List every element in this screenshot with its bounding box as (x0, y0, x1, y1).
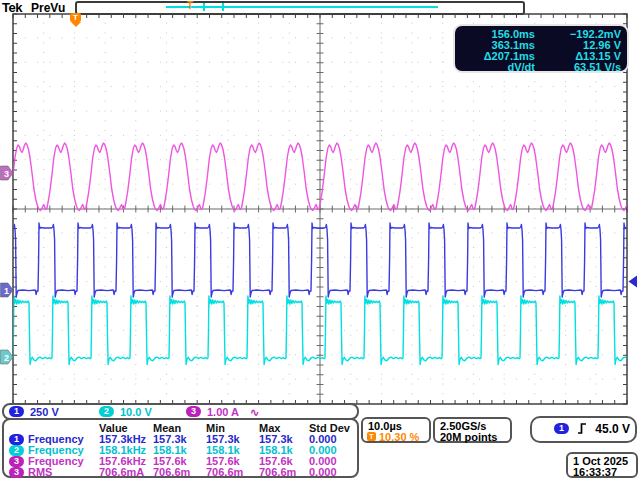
trigger-position-flag[interactable]: T (70, 13, 81, 27)
trigger-position-percent: 10.30 % (379, 431, 419, 443)
ch3-badge: 3 (9, 456, 24, 467)
ch2-badge: 2 (9, 445, 24, 456)
ch1-scale[interactable]: 250 V (30, 406, 59, 418)
svg-text:1: 1 (4, 286, 9, 296)
trigger-source-badge: 1 (554, 423, 569, 434)
time-label: 16:33:37 (573, 466, 617, 478)
ch2-badge[interactable]: 2 (99, 406, 114, 417)
ch1-badge[interactable]: 1 (9, 406, 24, 417)
measurement-min: 706.6m (206, 467, 243, 478)
ch1-badge: 1 (9, 434, 24, 445)
oscilloscope-screen: Tek PreVu T T 312 156.0ms −192.2mV 363.1… (0, 0, 640, 480)
ch1-ground-marker[interactable]: 1 (1, 283, 14, 297)
cursor-dvdt-value: 63.51 V/s (539, 62, 621, 73)
cursor-readout: 156.0ms −192.2mV 363.1ms 12.96 V Δ207.1m… (453, 24, 629, 73)
ch3-coupling-icon: ∿ (250, 406, 259, 418)
record-length: 20M points (440, 431, 497, 443)
trigger-level-value: 45.0 V (595, 422, 630, 436)
svg-text:3: 3 (4, 169, 9, 179)
cursor-dvdt-label: dV/dt (461, 62, 535, 73)
ch2-scale[interactable]: 10.0 V (120, 406, 152, 418)
measurement-row-ch3-rms: 3 RMS 706.6mA 706.6m 706.6m 706.6m 0.000 (4, 467, 357, 478)
trigger-readout[interactable]: 1 45.0 V (530, 416, 637, 443)
measurement-mean: 706.6m (153, 467, 190, 478)
trigger-level-arrow[interactable] (629, 276, 638, 288)
measurement-value: 706.6mA (99, 467, 144, 478)
ch3-ground-marker[interactable]: 3 (1, 166, 14, 180)
ch3-badge: 3 (9, 467, 24, 478)
rising-edge-icon (577, 422, 588, 436)
trigger-position-pointer (71, 22, 81, 27)
measurement-label: RMS (28, 467, 52, 478)
svg-text:2: 2 (4, 353, 9, 363)
measurement-table: Value Mean Min Max Std Dev 1 Frequency 1… (2, 418, 359, 478)
measurement-stddev: 0.000 (309, 467, 337, 478)
datetime-readout: 1 Oct 2025 16:33:37 (566, 452, 638, 478)
ch2-ground-marker[interactable]: 2 (1, 350, 14, 364)
trigger-t-icon: T (367, 432, 376, 441)
acquisition-readout[interactable]: 2.50GS/s 20M points (433, 417, 512, 443)
horizontal-readout[interactable]: 10.0µs T 10.30 % (361, 417, 431, 443)
trigger-position-t-icon: T (70, 13, 81, 22)
ch3-scale[interactable]: 1.00 A (207, 406, 239, 418)
measurement-max: 706.6m (259, 467, 296, 478)
ch3-badge[interactable]: 3 (186, 406, 201, 417)
